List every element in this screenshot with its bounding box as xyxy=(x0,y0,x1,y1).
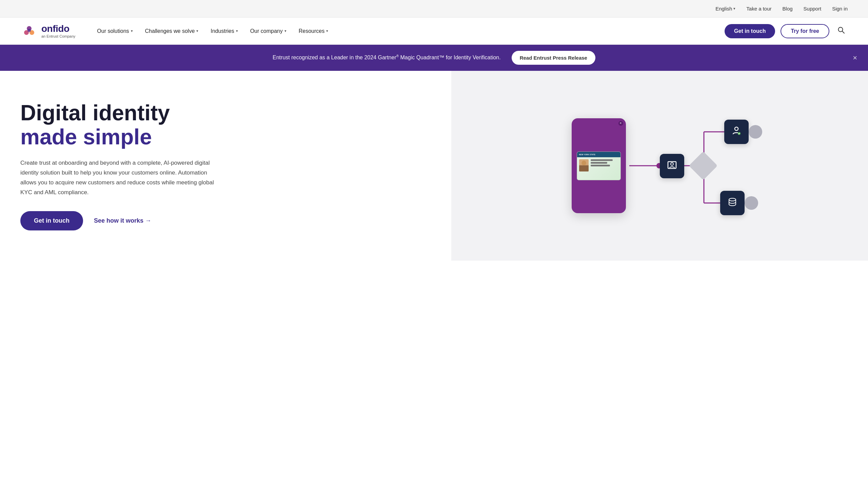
logo[interactable]: onfido an Entrust Company xyxy=(20,22,75,40)
banner-close-icon: × xyxy=(853,54,857,62)
nav-resources[interactable]: Resources ▾ xyxy=(293,25,334,37)
search-icon xyxy=(837,26,845,34)
id-card-body xyxy=(577,157,620,174)
get-in-touch-label: Get in touch xyxy=(734,28,766,34)
nav-links: Our solutions ▾ Challenges we solve ▾ In… xyxy=(92,25,725,37)
hero-title-line2: made simple xyxy=(20,125,152,149)
verification-node xyxy=(660,154,684,178)
language-label: English xyxy=(715,6,732,12)
nav-our-company[interactable]: Our company ▾ xyxy=(245,25,292,37)
blog-link[interactable]: Blog xyxy=(783,6,793,12)
get-in-touch-button[interactable]: Get in touch xyxy=(725,24,775,38)
nav-our-solutions-label: Our solutions xyxy=(97,28,129,34)
signin-link[interactable]: Sign in xyxy=(832,6,848,12)
svg-line-6 xyxy=(842,31,844,33)
hero-cta-primary-label: Get in touch xyxy=(34,217,70,224)
try-for-free-label: Try for free xyxy=(791,28,819,34)
endpoint-circle-top xyxy=(749,125,762,139)
id-card-info xyxy=(591,159,618,171)
logo-text-area: onfido an Entrust Company xyxy=(41,24,75,38)
id-card-photo xyxy=(579,159,589,171)
nav-challenges[interactable]: Challenges we solve ▾ xyxy=(140,25,204,37)
svg-point-20 xyxy=(729,198,736,201)
hero-content: Digital identity made simple Create trus… xyxy=(0,71,451,261)
diagram-container: ✕ NEW YORK STATE xyxy=(561,101,758,230)
id-card-header: NEW YORK STATE xyxy=(577,152,620,157)
nav-resources-label: Resources xyxy=(299,28,324,34)
our-company-arrow: ▾ xyxy=(284,29,287,33)
hero-visual: ✕ NEW YORK STATE xyxy=(451,71,868,261)
see-how-label: See how it works → xyxy=(94,217,151,224)
see-how-it-works-link[interactable]: See how it works → xyxy=(94,217,151,224)
support-label: Support xyxy=(804,6,822,12)
phone-close-icon: ✕ xyxy=(619,122,622,125)
hero-description: Create trust at onboarding and beyond wi… xyxy=(20,158,217,198)
id-card: NEW YORK STATE xyxy=(577,151,621,180)
language-selector[interactable]: English ▾ xyxy=(715,6,735,12)
nav-challenges-label: Challenges we solve xyxy=(145,28,195,34)
hero-actions: Get in touch See how it works → xyxy=(20,211,431,230)
banner-close-button[interactable]: × xyxy=(853,54,857,62)
hero-title-line1: Digital identity xyxy=(20,101,170,125)
industries-arrow: ▾ xyxy=(236,29,238,33)
resources-arrow: ▾ xyxy=(326,29,328,33)
banner-text: Entrust recognized as a Leader in the 20… xyxy=(273,54,501,62)
announcement-banner: Entrust recognized as a Leader in the 20… xyxy=(0,45,868,71)
support-link[interactable]: Support xyxy=(804,6,822,12)
press-release-label: Read Entrust Press Release xyxy=(520,55,587,61)
id-card-state-label: NEW YORK STATE xyxy=(579,154,596,156)
logo-icon xyxy=(20,22,38,40)
language-arrow: ▾ xyxy=(733,6,735,11)
database-icon xyxy=(726,196,738,210)
our-solutions-arrow: ▾ xyxy=(131,29,133,33)
logo-name: onfido xyxy=(41,24,75,34)
take-tour-label: Take a tour xyxy=(746,6,771,12)
logo-subtitle: an Entrust Company xyxy=(41,34,75,38)
hero-get-in-touch-button[interactable]: Get in touch xyxy=(20,211,83,230)
nav-industries-label: Industries xyxy=(211,28,234,34)
nav-our-solutions[interactable]: Our solutions ▾ xyxy=(92,25,138,37)
id-line-3 xyxy=(591,165,610,166)
phone-close-button: ✕ xyxy=(618,121,623,126)
nav-actions: Get in touch Try for free xyxy=(725,24,848,38)
top-bar: English ▾ Take a tour Blog Support Sign … xyxy=(0,0,868,18)
svg-point-18 xyxy=(735,127,738,130)
svg-point-4 xyxy=(27,29,31,32)
hero-section: Digital identity made simple Create trus… xyxy=(0,71,868,261)
svg-point-17 xyxy=(671,163,673,165)
phone-mockup: ✕ NEW YORK STATE xyxy=(572,118,626,213)
decision-node xyxy=(689,151,717,180)
biometric-node xyxy=(724,120,749,144)
nav-industries[interactable]: Industries ▾ xyxy=(205,25,243,37)
database-node xyxy=(720,191,745,215)
verification-icon xyxy=(666,159,678,174)
id-line-1 xyxy=(591,159,613,161)
take-tour-link[interactable]: Take a tour xyxy=(746,6,771,12)
id-line-2 xyxy=(591,162,607,164)
hero-title: Digital identity made simple xyxy=(20,101,431,149)
press-release-button[interactable]: Read Entrust Press Release xyxy=(512,51,595,65)
signin-label: Sign in xyxy=(832,6,848,12)
biometric-icon xyxy=(730,125,743,139)
nav-our-company-label: Our company xyxy=(250,28,283,34)
endpoint-circle-bottom xyxy=(745,196,758,210)
blog-label: Blog xyxy=(783,6,793,12)
search-button[interactable] xyxy=(835,24,848,38)
challenges-arrow: ▾ xyxy=(196,29,198,33)
main-nav: onfido an Entrust Company Our solutions … xyxy=(0,18,868,45)
try-for-free-button[interactable]: Try for free xyxy=(781,24,829,38)
